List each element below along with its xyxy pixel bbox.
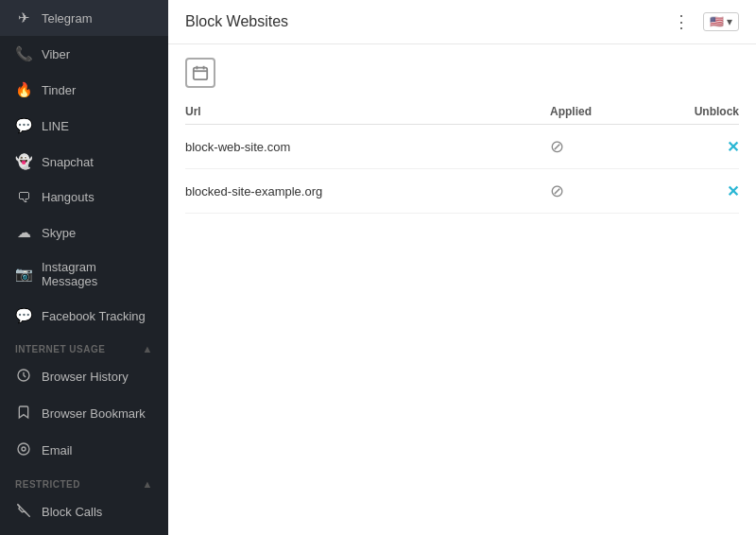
- cell-applied-1: ⊘: [550, 181, 663, 201]
- svg-rect-13: [194, 68, 207, 80]
- sidebar-item-viber[interactable]: 📞Viber: [0, 36, 168, 72]
- sidebar-item-email[interactable]: Email: [0, 432, 168, 469]
- sidebar-label-telegram: Telegram: [42, 11, 92, 26]
- sidebar: ✈Telegram📞Viber🔥Tinder💬LINE👻Snapchat🗨Han…: [0, 0, 168, 535]
- section-header-internet-usage[interactable]: INTERNET USAGE▲: [0, 334, 168, 358]
- content-area: Url Applied Unblock block-web-site.com ⊘…: [168, 44, 756, 535]
- sidebar-label-instagram: Instagram Messages: [42, 260, 153, 288]
- email-icon: [15, 441, 32, 459]
- svg-point-1: [18, 443, 29, 455]
- calendar-icon-wrapper: [185, 58, 739, 88]
- hangouts-icon: 🗨: [15, 189, 32, 205]
- table-row: block-web-site.com ⊘ ✕: [185, 125, 739, 169]
- unblock-button-0[interactable]: ✕: [727, 139, 739, 155]
- flag-dropdown[interactable]: 🇺🇸 ▾: [703, 12, 739, 31]
- browser-history-icon: [15, 368, 32, 386]
- unblock-button-1[interactable]: ✕: [727, 183, 739, 199]
- header-actions: ⋮ 🇺🇸 ▾: [667, 9, 739, 34]
- sidebar-item-tinder[interactable]: 🔥Tinder: [0, 72, 168, 108]
- chevron-internet-usage: ▲: [143, 343, 153, 354]
- sidebar-item-browser-history[interactable]: Browser History: [0, 358, 168, 395]
- sidebar-item-line[interactable]: 💬LINE: [0, 108, 168, 144]
- viber-icon: 📞: [15, 45, 32, 62]
- blocked-icon-1: ⊘: [550, 181, 564, 200]
- tinder-icon: 🔥: [15, 81, 32, 98]
- table-body: block-web-site.com ⊘ ✕ blocked-site-exam…: [185, 125, 739, 214]
- cell-url-0: block-web-site.com: [185, 140, 550, 154]
- sidebar-label-tinder: Tinder: [42, 83, 76, 97]
- sidebar-label-hangouts: Hangouts: [42, 190, 94, 204]
- sidebar-item-block-calls[interactable]: Block Calls: [0, 493, 168, 530]
- cell-applied-0: ⊘: [550, 136, 663, 157]
- sidebar-item-instagram[interactable]: 📷Instagram Messages: [0, 250, 168, 298]
- cell-unblock-1[interactable]: ✕: [663, 182, 739, 200]
- sidebar-item-hangouts[interactable]: 🗨Hangouts: [0, 180, 168, 215]
- snapchat-icon: 👻: [15, 153, 32, 170]
- cell-url-1: blocked-site-example.org: [185, 184, 550, 198]
- section-label-restricted: RESTRICTED: [15, 479, 80, 490]
- col-header-unblock: Unblock: [663, 105, 739, 118]
- sidebar-label-facebook: Facebook Tracking: [42, 309, 146, 323]
- main-content: Block Websites ⋮ 🇺🇸 ▾ Url Applied Unbloc…: [168, 0, 756, 535]
- sidebar-label-browser-bookmark: Browser Bookmark: [42, 406, 146, 421]
- table-header: Url Applied Unblock: [185, 99, 739, 125]
- sidebar-item-skype[interactable]: ☁Skype: [0, 215, 168, 250]
- telegram-icon: ✈: [15, 9, 32, 26]
- main-header: Block Websites ⋮ 🇺🇸 ▾: [168, 0, 756, 44]
- sidebar-item-telegram[interactable]: ✈Telegram: [0, 0, 168, 36]
- sidebar-item-facebook[interactable]: 💬Facebook Tracking: [0, 298, 168, 334]
- block-calls-icon: [15, 503, 32, 521]
- sidebar-label-browser-history: Browser History: [42, 370, 129, 384]
- sidebar-label-snapchat: Snapchat: [42, 155, 94, 169]
- skype-icon: ☁: [15, 224, 32, 241]
- col-header-url: Url: [185, 105, 550, 118]
- sidebar-label-email: Email: [42, 443, 73, 457]
- line-icon: 💬: [15, 117, 32, 134]
- flag-label: 🇺🇸 ▾: [710, 15, 732, 28]
- calendar-icon: [185, 58, 215, 88]
- section-header-restricted[interactable]: RESTRICTED▲: [0, 469, 168, 493]
- svg-point-2: [22, 447, 26, 451]
- sidebar-label-line: LINE: [42, 119, 69, 133]
- browser-bookmark-icon: [15, 405, 32, 423]
- sidebar-label-viber: Viber: [42, 47, 70, 61]
- sidebar-item-browser-bookmark[interactable]: Browser Bookmark: [0, 395, 168, 432]
- blocked-icon-0: ⊘: [550, 137, 564, 156]
- col-header-applied: Applied: [550, 105, 663, 118]
- facebook-icon: 💬: [15, 307, 32, 324]
- sidebar-item-snapchat[interactable]: 👻Snapchat: [0, 144, 168, 180]
- instagram-icon: 📷: [15, 266, 32, 283]
- chevron-restricted: ▲: [143, 478, 153, 490]
- sidebar-item-block-wifi[interactable]: Block Wifi: [0, 530, 168, 535]
- table-row: blocked-site-example.org ⊘ ✕: [185, 169, 739, 214]
- page-title: Block Websites: [185, 13, 288, 30]
- sidebar-top-items: ✈Telegram📞Viber🔥Tinder💬LINE👻Snapchat🗨Han…: [0, 0, 168, 535]
- sidebar-label-skype: Skype: [42, 226, 76, 240]
- section-label-internet-usage: INTERNET USAGE: [15, 344, 105, 354]
- cell-unblock-0[interactable]: ✕: [663, 138, 739, 156]
- sidebar-label-block-calls: Block Calls: [42, 505, 102, 519]
- dots-menu-button[interactable]: ⋮: [667, 9, 696, 34]
